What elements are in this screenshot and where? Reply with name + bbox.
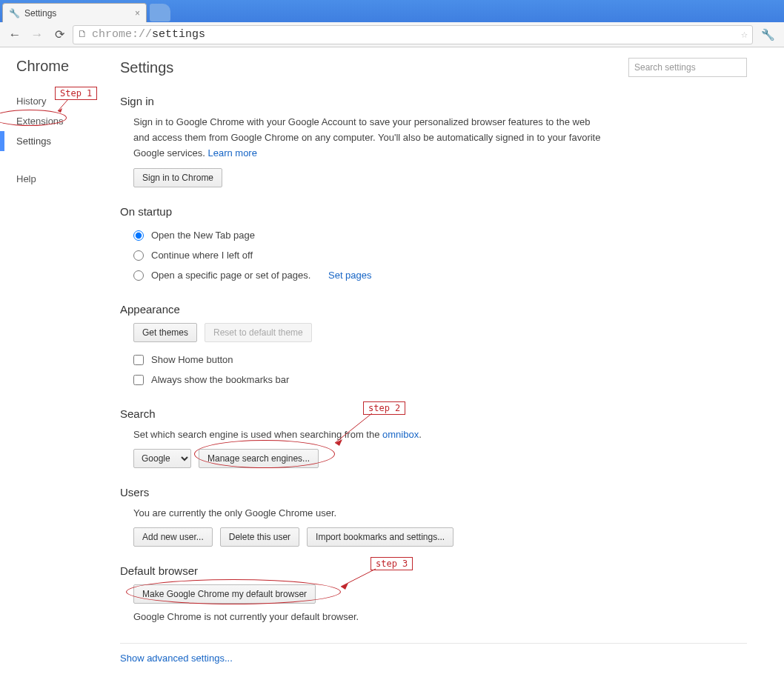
annotation-step2-label: step 2 <box>363 401 405 415</box>
bookmark-star-icon[interactable]: ☆ <box>741 27 748 41</box>
show-home-checkbox[interactable] <box>133 355 144 365</box>
new-tab-button[interactable] <box>150 4 170 21</box>
annotation-step3-label: step 3 <box>371 557 413 570</box>
sidebar-title: Chrome <box>16 58 113 75</box>
url-scheme: chrome:// <box>92 28 152 41</box>
url-path: settings <box>152 28 205 41</box>
startup-heading: On startup <box>120 205 747 218</box>
page-icon: 🗋 <box>78 29 87 40</box>
sign-in-button[interactable]: Sign in to Chrome <box>133 168 222 187</box>
reset-theme-button: Reset to default theme <box>205 323 312 342</box>
sidebar-item-settings[interactable]: Settings <box>16 131 113 151</box>
users-desc: You are currently the only Google Chrome… <box>133 506 608 521</box>
search-settings-input[interactable] <box>628 58 747 77</box>
section-default-browser: Default browser Make Google Chrome my de… <box>120 564 747 625</box>
startup-opt-specific[interactable]: Open a specific page or set of pages. Se… <box>133 265 747 285</box>
sidebar-item-help[interactable]: Help <box>16 169 113 189</box>
delete-user-button[interactable]: Delete this user <box>220 527 299 547</box>
bookmarks-bar-checkbox-row[interactable]: Always show the bookmarks bar <box>133 370 747 390</box>
startup-opt-newtab[interactable]: Open the New Tab page <box>133 225 747 245</box>
browser-tab[interactable]: 🔧 Settings × <box>2 3 147 22</box>
set-pages-link[interactable]: Set pages <box>328 270 372 281</box>
section-startup: On startup Open the New Tab page Continu… <box>120 205 747 285</box>
signin-desc: Sign in to Google Chrome with your Googl… <box>133 115 608 161</box>
annotation-step1-label: Step 1 <box>55 87 97 100</box>
wrench-icon: 🔧 <box>9 8 20 19</box>
bookmarks-bar-checkbox[interactable] <box>133 375 144 385</box>
users-heading: Users <box>120 486 747 498</box>
manage-search-engines-button[interactable]: Manage search engines... <box>199 449 319 468</box>
omnibox[interactable]: 🗋 chrome://settings ☆ <box>73 25 753 44</box>
back-button[interactable]: ← <box>6 26 24 44</box>
section-users: Users You are currently the only Google … <box>120 486 747 547</box>
import-bookmarks-button[interactable]: Import bookmarks and settings... <box>307 527 454 547</box>
search-heading: Search <box>120 407 747 420</box>
startup-radio-newtab[interactable] <box>133 230 144 241</box>
omnibox-link[interactable]: omnibox <box>382 429 419 440</box>
add-user-button[interactable]: Add new user... <box>133 527 213 547</box>
reload-button[interactable]: ⟳ <box>50 26 68 44</box>
close-tab-icon[interactable]: × <box>135 8 140 19</box>
browser-tab-strip: 🔧 Settings × <box>0 0 784 22</box>
settings-content: Settings Sign in Sign in to Google Chrom… <box>113 58 765 677</box>
get-themes-button[interactable]: Get themes <box>133 323 197 342</box>
section-signin: Sign in Sign in to Google Chrome with yo… <box>120 95 747 187</box>
page-title: Settings <box>120 59 173 76</box>
section-search: Search Set which search engine is used w… <box>120 407 747 468</box>
divider <box>120 643 747 644</box>
signin-heading: Sign in <box>120 95 747 107</box>
sidebar-item-extensions[interactable]: Extensions <box>16 111 113 131</box>
browser-toolbar: ← → ⟳ 🗋 chrome://settings ☆ 🔧 <box>0 22 784 47</box>
make-default-browser-button[interactable]: Make Google Chrome my default browser <box>133 584 316 604</box>
search-desc: Set which search engine is used when sea… <box>133 427 608 443</box>
show-home-checkbox-row[interactable]: Show Home button <box>133 350 747 370</box>
default-browser-heading: Default browser <box>120 564 747 577</box>
wrench-menu-button[interactable]: 🔧 <box>757 28 778 41</box>
tab-title: Settings <box>24 8 56 19</box>
show-advanced-link[interactable]: Show advanced settings... <box>120 653 233 664</box>
learn-more-link[interactable]: Learn more <box>207 147 256 159</box>
forward-button[interactable]: → <box>28 26 46 44</box>
search-engine-select[interactable]: Google <box>133 449 191 468</box>
startup-opt-continue[interactable]: Continue where I left off <box>133 245 747 265</box>
default-browser-status: Google Chrome is not currently your defa… <box>133 610 608 625</box>
startup-radio-specific[interactable] <box>133 270 144 281</box>
section-appearance: Appearance Get themes Reset to default t… <box>120 303 747 390</box>
appearance-heading: Appearance <box>120 303 747 316</box>
sidebar: Chrome History Extensions Settings Help … <box>0 58 113 677</box>
startup-radio-continue[interactable] <box>133 250 144 261</box>
